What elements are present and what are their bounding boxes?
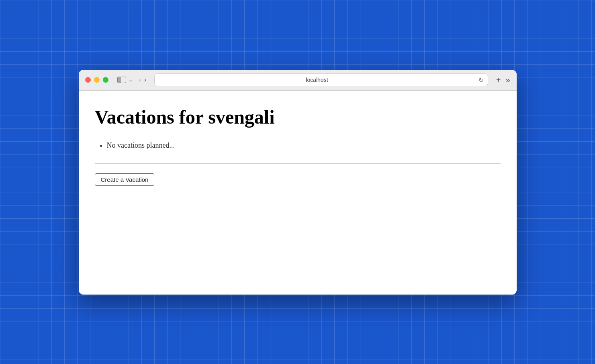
nav-buttons: ‹ › [139, 77, 147, 83]
forward-button[interactable]: › [144, 77, 146, 83]
back-button[interactable]: ‹ [139, 77, 141, 83]
url-display: localhost [159, 77, 475, 83]
traffic-lights [85, 77, 108, 83]
vacation-list: No vacations planned... [107, 140, 501, 151]
create-vacation-button[interactable]: Create a Vacation [95, 173, 155, 186]
chevron-down-icon: ⌄ [129, 77, 133, 83]
browser-window: ⌄ ‹ › localhost ↻ + » Vacations for sven… [79, 70, 517, 295]
browser-chrome: ⌄ ‹ › localhost ↻ + » [79, 70, 517, 91]
close-button[interactable] [85, 77, 91, 83]
sidebar-toggle-icon [117, 77, 126, 83]
maximize-button[interactable] [103, 77, 108, 83]
browser-actions: + » [496, 75, 510, 85]
reload-icon[interactable]: ↻ [478, 76, 484, 84]
address-bar[interactable]: localhost ↻ [154, 73, 488, 86]
empty-vacation-item: No vacations planned... [107, 140, 501, 151]
divider [95, 163, 501, 164]
browser-content: Vacations for svengali No vacations plan… [79, 91, 517, 295]
minimize-button[interactable] [94, 77, 100, 83]
new-tab-button[interactable]: + [496, 75, 501, 85]
more-button[interactable]: » [505, 75, 510, 85]
sidebar-toggle[interactable]: ⌄ [117, 77, 133, 83]
page-title: Vacations for svengali [95, 107, 501, 128]
